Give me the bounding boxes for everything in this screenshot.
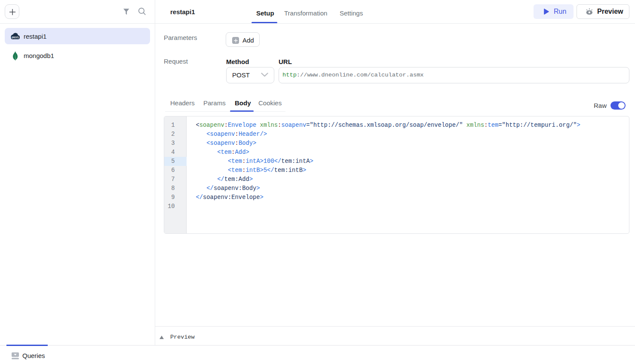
svg-text:{REST}: {REST} xyxy=(12,37,19,39)
